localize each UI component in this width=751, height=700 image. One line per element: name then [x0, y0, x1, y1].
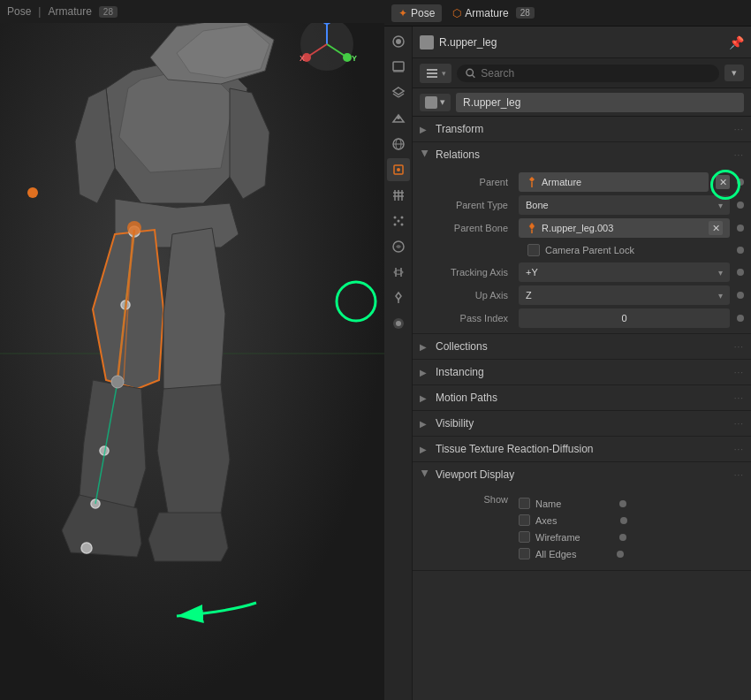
show-row: Show Name [413, 491, 751, 567]
scene-properties-icon[interactable] [387, 107, 410, 130]
svg-marker-62 [396, 293, 401, 300]
parent-type-text: Bone [526, 200, 549, 210]
parent-type-label: Parent Type [427, 200, 515, 210]
camera-lock-dot [737, 247, 744, 254]
parent-bone-text: R.upper_leg.003 [542, 223, 613, 233]
pass-index-label: Pass Index [427, 313, 515, 323]
viewport-display-section-header[interactable]: ▶ Viewport Display ··· [413, 462, 751, 487]
search-input-wrap[interactable] [457, 65, 719, 82]
show-name-checkbox[interactable] [519, 498, 530, 509]
properties-header: R.upper_leg 📌 [413, 27, 751, 58]
visibility-section-header[interactable]: ▶ Visibility ··· [413, 411, 751, 436]
up-axis-label: Up Axis [427, 290, 515, 301]
physics-icon[interactable] [387, 235, 410, 258]
object-type-dropdown[interactable]: ▾ [420, 94, 451, 111]
camera-parent-lock-checkbox[interactable] [527, 244, 540, 256]
parent-bone-value[interactable]: R.upper_leg.003 ✕ [519, 218, 730, 238]
tracking-axis-value[interactable]: +Y ▾ [519, 262, 730, 282]
parent-value-field[interactable]: Armature [519, 172, 709, 192]
svg-point-50 [397, 116, 400, 119]
collections-section-header[interactable]: ▶ Collections ··· [413, 334, 751, 359]
tracking-axis-dot [737, 269, 744, 276]
pass-index-value[interactable]: 0 [519, 308, 730, 328]
tissue-section: ▶ Tissue Texture Reaction-Diffusion ··· [413, 437, 751, 462]
visibility-arrow: ▶ [420, 419, 430, 429]
show-wireframe-item: Wireframe [519, 529, 627, 544]
right-panel: ✦ Pose ⬡ Armature 28 [384, 0, 751, 700]
show-all-edges-dot [617, 551, 624, 558]
pass-index-dot [737, 315, 744, 322]
pin-icon[interactable]: 📌 [729, 35, 744, 49]
instancing-section-header[interactable]: ▶ Instancing ··· [413, 360, 751, 384]
parent-type-value[interactable]: Bone ▾ [519, 195, 730, 215]
world-properties-icon[interactable] [387, 133, 410, 156]
show-axes-checkbox[interactable] [519, 514, 530, 526]
particles-icon[interactable] [387, 209, 410, 232]
instancing-section-title: Instancing [436, 366, 484, 378]
search-end-dropdown[interactable]: ▾ [724, 65, 744, 81]
show-all-edges-item: All Edges [519, 546, 627, 561]
svg-point-55 [397, 168, 400, 171]
visibility-section-title: Visibility [436, 417, 474, 430]
show-items: Name Axes [519, 494, 627, 563]
pose-mode-button[interactable]: ✦ Pose [391, 4, 442, 22]
parent-clear-button[interactable]: ✕ [716, 175, 730, 189]
tracking-axis-text: +Y [526, 267, 538, 278]
svg-text:Y: Y [352, 54, 357, 63]
motion-paths-section: ▶ Motion Paths ··· [413, 385, 751, 411]
transform-dots: ··· [734, 125, 744, 134]
relations-section: ▶ Relations ··· Parent Armatu [413, 142, 751, 334]
material-icon[interactable] [387, 312, 410, 335]
search-type-dropdown[interactable]: ▾ [420, 64, 451, 83]
svg-rect-67 [427, 72, 437, 74]
parent-dot [737, 179, 744, 186]
svg-rect-45 [393, 62, 404, 71]
svg-marker-15 [148, 513, 228, 561]
viewport-mode-label: Pose [7, 5, 31, 18]
relations-section-header[interactable]: ▶ Relations ··· [413, 142, 751, 167]
search-bar: ▾ ▾ [413, 58, 751, 88]
instancing-section: ▶ Instancing ··· [413, 360, 751, 385]
show-wireframe-checkbox[interactable] [519, 531, 530, 543]
bone-data-icon[interactable] [387, 286, 410, 309]
parent-row: Parent Armature ✕ [413, 171, 751, 194]
svg-rect-66 [427, 69, 437, 71]
svg-rect-46 [393, 70, 404, 72]
object-name-field[interactable]: R.upper_leg [456, 93, 744, 112]
view-layer-icon[interactable] [387, 81, 410, 104]
modifier-properties-icon[interactable] [387, 184, 410, 207]
camera-parent-lock-label: Camera Parent Lock [545, 245, 634, 255]
transform-section-header[interactable]: ▶ Transform ··· [413, 117, 751, 141]
viewport-3d[interactable]: Z Y X ‹ Pose | Armature 28 [0, 0, 384, 700]
parent-type-arrow: ▾ [718, 201, 723, 210]
show-all-edges-label: All Edges [535, 549, 576, 559]
svg-rect-68 [427, 76, 437, 78]
collections-arrow: ▶ [420, 342, 430, 352]
up-axis-value[interactable]: Z ▾ [519, 285, 730, 305]
tissue-section-header[interactable]: ▶ Tissue Texture Reaction-Diffusion ··· [413, 437, 751, 461]
output-properties-icon[interactable] [387, 56, 410, 79]
viewport-display-arrow: ▶ [421, 469, 430, 480]
render-properties-icon[interactable] [387, 30, 410, 53]
show-all-edges-checkbox[interactable] [519, 548, 530, 559]
pose-icon: ✦ [398, 7, 407, 19]
robot-mesh-svg: Z Y X ‹ [0, 0, 384, 700]
tracking-axis-row: Tracking Axis +Y ▾ [413, 261, 751, 284]
armature-button[interactable]: ⬡ Armature [452, 7, 508, 19]
bone-count-value: 28 [520, 8, 530, 18]
show-wireframe-dot [619, 534, 626, 541]
relations-section-title: Relations [436, 148, 480, 161]
parent-bone-clear[interactable]: ✕ [709, 221, 723, 235]
top-bar: ✦ Pose ⬡ Armature 28 [384, 0, 751, 27]
transform-section: ▶ Transform ··· [413, 117, 751, 142]
object-properties-icon[interactable] [387, 158, 410, 181]
transform-arrow: ▶ [420, 125, 430, 134]
object-constraints-icon[interactable] [387, 261, 410, 284]
parent-bone-label: Parent Bone [427, 223, 515, 233]
motion-paths-section-header[interactable]: ▶ Motion Paths ··· [413, 385, 751, 410]
motion-paths-section-title: Motion Paths [436, 392, 497, 404]
properties-scroll-area[interactable]: ▶ Transform ··· ▶ Relations ··· [413, 117, 751, 700]
search-input[interactable] [481, 67, 710, 80]
show-name-item: Name [519, 496, 627, 511]
collections-section-title: Collections [436, 340, 488, 353]
